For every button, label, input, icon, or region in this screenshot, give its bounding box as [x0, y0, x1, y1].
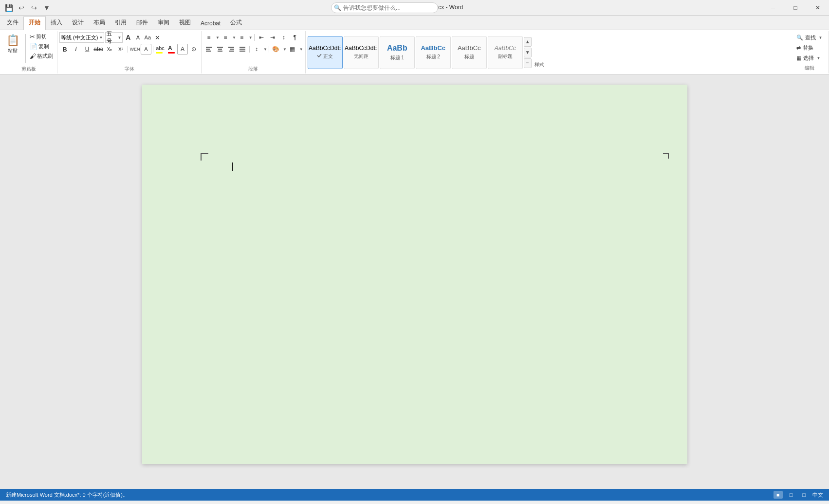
encircle-button[interactable]: ⊙: [188, 44, 199, 54]
align-right-button[interactable]: [226, 44, 237, 54]
clipboard-group-content: 📋 粘贴 ✂ 剪切 📄 复制 🖌 格式刷: [2, 32, 55, 65]
tab-file[interactable]: 文件: [2, 17, 23, 30]
change-case-button[interactable]: Aa: [143, 33, 152, 42]
save-button[interactable]: 💾: [4, 3, 14, 13]
style-scroll-up[interactable]: ▲: [524, 37, 532, 47]
border-dropdown[interactable]: ▼: [299, 47, 303, 52]
tab-references[interactable]: 引用: [110, 17, 131, 30]
corner-mark-top-right: [663, 153, 669, 159]
svg-rect-5: [218, 51, 222, 52]
phonetic-button[interactable]: WEN: [129, 44, 140, 54]
increase-indent-button[interactable]: ⇥: [267, 32, 278, 43]
justify-button[interactable]: [237, 44, 248, 54]
maximize-button[interactable]: □: [784, 0, 807, 16]
style-heading1-label: 标题 1: [390, 54, 404, 61]
clear-format-button[interactable]: ✕: [153, 33, 162, 42]
svg-rect-0: [206, 47, 212, 48]
shading-button[interactable]: 🎨: [271, 44, 281, 54]
char-shading-button[interactable]: A: [177, 44, 188, 54]
undo-button[interactable]: ↩: [17, 3, 26, 13]
find-button[interactable]: 🔍 查找 ▼: [794, 33, 825, 42]
style-title[interactable]: AaBbCc 标题: [452, 36, 487, 69]
align-left-button[interactable]: [203, 44, 214, 54]
subscript-button[interactable]: X₂: [104, 44, 115, 54]
sort-button[interactable]: ↕: [278, 32, 289, 43]
multilevel-button[interactable]: ≡: [237, 32, 247, 43]
paragraph-label: 段落: [203, 65, 303, 72]
bold-button[interactable]: B: [59, 44, 70, 54]
redo-button[interactable]: ↪: [29, 3, 39, 13]
style-expand[interactable]: ≡: [524, 58, 532, 68]
select-button[interactable]: ▦ 选择 ▼: [794, 54, 823, 63]
font-label: 字体: [59, 65, 199, 72]
title-bar: 💾 ↩ ↪ ▼ 新建Microsoft Word 文档.docx - Word …: [0, 0, 829, 16]
style-title-label: 标题: [464, 54, 474, 60]
paste-button[interactable]: 📋 粘贴: [2, 32, 23, 54]
tab-insert[interactable]: 插入: [46, 17, 67, 30]
replace-button[interactable]: ⇌ 替换: [794, 43, 815, 53]
numbering-button[interactable]: ≡: [220, 32, 231, 43]
status-bar-right: ■ □ □ 中文: [774, 491, 823, 499]
paragraph-group: ≡ ▼ ≡ ▼ ≡ ▼ ⇤ ⇥ ↕ ¶: [202, 31, 306, 73]
strikethrough-button[interactable]: abc: [93, 44, 104, 54]
numbering-dropdown[interactable]: ▼: [232, 36, 236, 40]
read-view-button[interactable]: □: [799, 491, 809, 499]
show-hide-button[interactable]: ¶: [290, 32, 300, 43]
multilevel-dropdown[interactable]: ▼: [249, 36, 253, 40]
tab-layout[interactable]: 布局: [89, 17, 110, 30]
tab-mailings[interactable]: 邮件: [131, 17, 153, 30]
replace-label: 替换: [803, 44, 813, 52]
tab-acrobat[interactable]: Acrobat: [196, 18, 225, 30]
italic-button[interactable]: I: [71, 44, 81, 54]
page-view-button[interactable]: □: [787, 491, 796, 499]
tab-formula[interactable]: 公式: [225, 17, 247, 30]
style-no-spacing[interactable]: AaBbCcDdE 无间距: [344, 36, 379, 69]
align-center-button[interactable]: [215, 44, 225, 54]
customize-button[interactable]: ▼: [42, 3, 52, 13]
shading-dropdown[interactable]: ▼: [283, 47, 287, 52]
bullets-dropdown[interactable]: ▼: [216, 36, 220, 40]
svg-rect-10: [239, 49, 245, 50]
svg-rect-6: [228, 47, 234, 48]
cut-button[interactable]: ✂ 剪切: [28, 32, 55, 41]
decrease-indent-button[interactable]: ⇤: [256, 32, 267, 43]
style-heading2[interactable]: AaBbCc 标题 2: [416, 36, 451, 69]
select-label: 选择: [803, 54, 814, 62]
underline-button[interactable]: U: [82, 44, 92, 54]
document-area[interactable]: [0, 75, 829, 489]
tab-view[interactable]: 视图: [174, 17, 196, 30]
char-border-button[interactable]: A: [141, 44, 151, 54]
font-color-icon: A: [168, 45, 175, 54]
format-painter-button[interactable]: 🖌 格式刷: [28, 52, 55, 61]
close-button[interactable]: ✕: [807, 0, 829, 16]
minimize-button[interactable]: ─: [762, 0, 784, 16]
svg-rect-7: [230, 49, 234, 50]
font-family-dropdown-icon: ▼: [99, 36, 103, 40]
search-input[interactable]: [331, 2, 438, 13]
increase-font-button[interactable]: A: [124, 33, 132, 42]
normal-view-button[interactable]: ■: [774, 491, 783, 499]
tab-review[interactable]: 审阅: [153, 17, 174, 30]
line-spacing-button[interactable]: ↕: [251, 44, 262, 54]
document-page[interactable]: [142, 85, 687, 464]
paragraph-row2: ↕ ▼ 🎨 ▼ ▦ ▼: [203, 44, 303, 54]
font-family-selector[interactable]: 等线 (中文正文) ▼: [59, 32, 104, 43]
style-subtitle[interactable]: AaBbCc 副标题: [488, 36, 523, 69]
highlight-button[interactable]: abc: [155, 44, 166, 54]
style-subtitle-preview: AaBbCc: [495, 45, 516, 52]
font-size-selector[interactable]: 五号 ▼: [105, 32, 123, 43]
copy-button[interactable]: 📄 复制: [28, 42, 55, 51]
border-button[interactable]: ▦: [287, 44, 298, 54]
style-heading1[interactable]: AaBb 标题 1: [380, 36, 415, 69]
bullets-button[interactable]: ≡: [203, 32, 214, 43]
style-normal[interactable]: AaBbCcDdE 正文: [308, 36, 343, 69]
decrease-font-button[interactable]: A: [133, 33, 142, 42]
copy-icon: 📄: [30, 43, 37, 50]
style-scroll-down[interactable]: ▼: [524, 48, 532, 57]
font-group-content: 等线 (中文正文) ▼ 五号 ▼ A A Aa ✕ B I U abc X₂ X…: [59, 32, 199, 65]
tab-design[interactable]: 设计: [67, 17, 89, 30]
superscript-button[interactable]: X²: [115, 44, 126, 54]
line-spacing-dropdown[interactable]: ▼: [263, 47, 267, 52]
tab-home[interactable]: 开始: [23, 16, 46, 30]
font-color-button[interactable]: A: [166, 44, 177, 54]
